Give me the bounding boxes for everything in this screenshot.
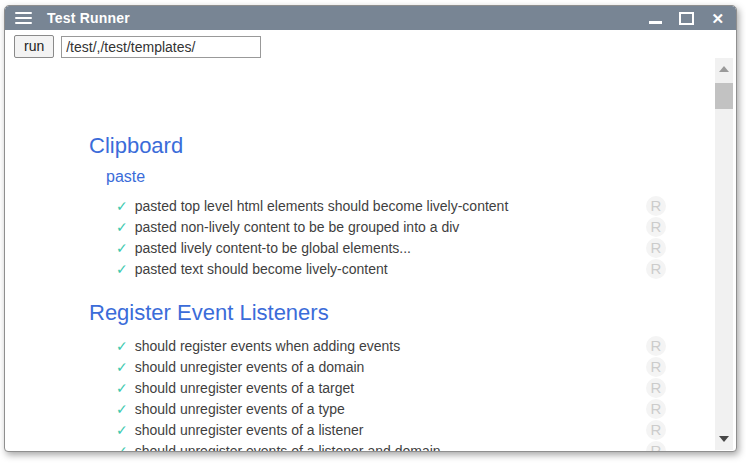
rerun-test-button[interactable]: R: [646, 238, 666, 258]
test-rows: ✓ should register events when adding eve…: [116, 335, 666, 452]
test-row: ✓ should unregister events of a listener…: [116, 419, 666, 440]
maximize-icon[interactable]: [679, 12, 694, 25]
pass-check-icon: ✓: [116, 220, 128, 234]
rerun-test-button[interactable]: R: [646, 336, 666, 356]
test-label: should unregister events of a target: [135, 380, 354, 396]
pass-check-icon: ✓: [116, 262, 128, 276]
test-label: should unregister events of a type: [135, 401, 345, 417]
test-row: ✓ should unregister events of a target R: [116, 377, 666, 398]
scroll-up-icon[interactable]: [719, 66, 729, 72]
test-label: should unregister events of a listener a…: [135, 443, 441, 453]
test-row: ✓ should unregister events of a type R: [116, 398, 666, 419]
rerun-test-button[interactable]: R: [646, 217, 666, 237]
title-bar[interactable]: Test Runner ✕: [5, 6, 736, 30]
pass-check-icon: ✓: [116, 402, 128, 416]
pass-check-icon: ✓: [116, 360, 128, 374]
group-title: Register Event Listeners: [89, 300, 736, 326]
window-controls: ✕: [649, 11, 724, 26]
rerun-test-button[interactable]: R: [646, 378, 666, 398]
vertical-scrollbar[interactable]: [715, 58, 733, 450]
rerun-test-button[interactable]: R: [646, 441, 666, 453]
rerun-test-button[interactable]: R: [646, 196, 666, 216]
pass-check-icon: ✓: [116, 423, 128, 437]
rerun-test-button[interactable]: R: [646, 399, 666, 419]
test-row: ✓ pasted lively content-to be global ele…: [116, 237, 666, 258]
test-row: ✓ pasted text should become lively-conte…: [116, 258, 666, 279]
test-results-area: Clipboard paste ✓ pasted top level html …: [5, 62, 736, 452]
pass-check-icon: ✓: [116, 381, 128, 395]
test-label: should unregister events of a domain: [135, 359, 365, 375]
pass-check-icon: ✓: [116, 241, 128, 255]
test-row: ✓ pasted top level html elements should …: [116, 195, 666, 216]
test-label: pasted lively content-to be global eleme…: [135, 240, 411, 256]
pass-check-icon: ✓: [116, 444, 128, 453]
test-path-input[interactable]: [61, 36, 261, 58]
test-label: pasted non-lively content to be be group…: [135, 219, 460, 235]
close-icon[interactable]: ✕: [711, 11, 724, 26]
test-label: should register events when adding event…: [135, 338, 400, 354]
group-title: Clipboard: [89, 133, 736, 159]
test-group-clipboard: Clipboard paste ✓ pasted top level html …: [89, 133, 736, 279]
pass-check-icon: ✓: [116, 199, 128, 213]
scrollbar-thumb[interactable]: [715, 83, 733, 109]
rerun-test-button[interactable]: R: [646, 357, 666, 377]
test-label: pasted text should become lively-content: [135, 261, 388, 277]
test-row: ✓ should unregister events of a domain R: [116, 356, 666, 377]
toolbar: run: [5, 30, 736, 62]
rerun-test-button[interactable]: R: [646, 259, 666, 279]
test-row: ✓ should register events when adding eve…: [116, 335, 666, 356]
pass-check-icon: ✓: [116, 339, 128, 353]
window-title: Test Runner: [47, 10, 130, 26]
test-runner-window: Test Runner ✕ run Clipboard paste ✓ past…: [4, 5, 737, 452]
test-group-register-event-listeners: Register Event Listeners ✓ should regist…: [89, 300, 736, 452]
rerun-test-button[interactable]: R: [646, 420, 666, 440]
test-label: pasted top level html elements should be…: [135, 198, 509, 214]
test-row: ✓ should unregister events of a listener…: [116, 440, 666, 452]
test-label: should unregister events of a listener: [135, 422, 364, 438]
test-rows: ✓ pasted top level html elements should …: [116, 195, 666, 279]
hamburger-menu-icon[interactable]: [15, 12, 32, 24]
scroll-down-icon[interactable]: [719, 436, 729, 442]
run-button[interactable]: run: [14, 35, 54, 58]
test-row: ✓ pasted non-lively content to be be gro…: [116, 216, 666, 237]
minimize-icon[interactable]: [649, 21, 662, 24]
subgroup-title: paste: [106, 168, 736, 186]
